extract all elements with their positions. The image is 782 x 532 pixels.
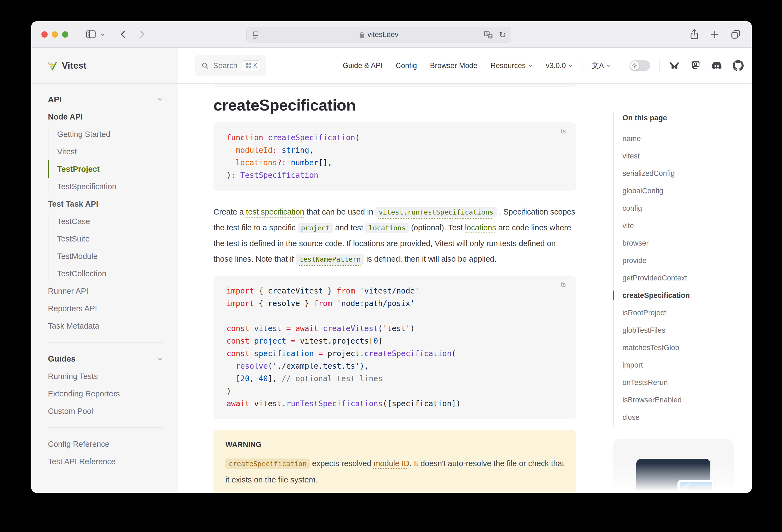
forward-button[interactable]: [137, 29, 146, 40]
link-test-specification[interactable]: test specification: [246, 208, 304, 216]
nav-config[interactable]: Config: [396, 62, 417, 70]
outline-item-name[interactable]: name: [623, 130, 749, 147]
nav-browser-mode[interactable]: Browser Mode: [430, 62, 477, 70]
discord-link[interactable]: [711, 61, 722, 71]
sidebar-item-reporters-api[interactable]: Reporters API: [48, 300, 163, 317]
code-link-vitest-runtestspecifications[interactable]: vitest.runTestSpecifications: [376, 208, 497, 216]
link-module-id[interactable]: module ID: [374, 459, 410, 468]
reader-view-icon[interactable]: [252, 31, 260, 39]
sidebar-item-extending-reporters[interactable]: Extending Reporters: [48, 385, 163, 402]
translate-button[interactable]: A 文: [484, 30, 493, 39]
sidebar-item-test-api-reference[interactable]: Test API Reference: [48, 453, 163, 470]
nav-resources[interactable]: Resources: [490, 62, 533, 70]
inline-code-createspecification: createSpecification: [225, 459, 310, 469]
sidebar-item-vitest[interactable]: Vitest: [48, 143, 163, 161]
outline-item-createspecification[interactable]: createSpecification: [623, 287, 749, 304]
outline-item-getprovidedcontext[interactable]: getProvidedContext: [623, 269, 749, 287]
sidebar-item-node-api[interactable]: Node API: [48, 108, 163, 126]
sponsor-fade: [613, 463, 734, 493]
github-link[interactable]: [733, 60, 744, 71]
link-locations[interactable]: locations: [465, 223, 496, 232]
bluesky-icon: [669, 61, 680, 71]
vitest-logo[interactable]: Vitest: [31, 48, 178, 83]
bluesky-link[interactable]: [669, 61, 680, 71]
outline-item-serializedconfig[interactable]: serializedConfig: [623, 165, 749, 182]
outline-item-globalconfig[interactable]: globalConfig: [623, 182, 749, 200]
code-link-testnamepattern[interactable]: testNamePattern: [296, 255, 364, 263]
outline-item-import[interactable]: import: [623, 356, 749, 374]
nav-v3-0-0[interactable]: v3.0.0: [546, 62, 573, 70]
sidebar-item-testcase[interactable]: TestCase: [48, 213, 163, 230]
sidebar-group-guides[interactable]: Guides: [48, 350, 163, 367]
sidebar-item-testcollection[interactable]: TestCollection: [48, 265, 163, 282]
tab-overview-button[interactable]: [730, 29, 741, 40]
mastodon-icon: [690, 60, 701, 71]
social-links: [669, 60, 744, 71]
doc-content: createSpecification ts function createSp…: [178, 83, 752, 493]
zoom-window-button[interactable]: [62, 31, 68, 38]
sidebar-item-runner-api[interactable]: Runner API: [48, 282, 163, 300]
top-nav: Guide & APIConfigBrowser ModeResourcesv3…: [343, 62, 573, 70]
code-example[interactable]: import { createVitest } from 'vitest/nod…: [226, 285, 565, 410]
minimize-window-button[interactable]: [52, 31, 58, 38]
outline-item-provide[interactable]: provide: [623, 252, 749, 269]
page-title: createSpecification: [213, 96, 576, 114]
logo-text: Vitest: [62, 61, 86, 71]
sponsor-card[interactable]: </>: [613, 439, 734, 493]
back-button[interactable]: [119, 29, 128, 40]
outline-item-isrootproject[interactable]: isRootProject: [623, 304, 749, 322]
outline-item-ontestsrerun[interactable]: onTestsRerun: [623, 374, 749, 391]
reload-button[interactable]: ↻: [499, 31, 506, 39]
mastodon-link[interactable]: [690, 60, 701, 71]
sidebar-menu-chevron[interactable]: [100, 31, 106, 37]
outline-item-config[interactable]: config: [623, 200, 749, 217]
outline-item-vitest[interactable]: vitest: [623, 147, 749, 165]
outline-item-matchestestglob[interactable]: matchesTestGlob: [623, 339, 749, 356]
sidebar-item-testmodule[interactable]: TestModule: [48, 247, 163, 265]
share-button[interactable]: [689, 29, 699, 40]
sidebar-toggle-button[interactable]: [85, 29, 96, 39]
sidebar-item-task-metadata[interactable]: Task Metadata: [48, 317, 163, 334]
code-signature[interactable]: function createSpecification( moduleId: …: [226, 132, 565, 182]
nav-guide-api[interactable]: Guide & API: [343, 62, 383, 70]
sidebar-divider: [48, 342, 163, 343]
inline-code-vitest-runtestspecifications: vitest.runTestSpecifications: [376, 207, 497, 217]
outline-item-close[interactable]: close: [623, 409, 749, 426]
chevron-down-icon: [157, 96, 163, 102]
svg-text:文: 文: [489, 34, 492, 38]
sidebar-group-api[interactable]: API: [48, 91, 163, 108]
sidebar-item-config-reference[interactable]: Config Reference: [48, 435, 163, 453]
header-separator: [660, 59, 660, 72]
outline-item-vite[interactable]: vite: [623, 217, 749, 235]
search-button[interactable]: Search ⌘ K: [195, 55, 266, 76]
language-menu-button[interactable]: 文A: [592, 61, 611, 71]
sidebar-item-custom-pool[interactable]: Custom Pool: [48, 402, 163, 420]
outline-item-isbrowserenabled[interactable]: isBrowserEnabled: [623, 391, 749, 409]
discord-icon: [711, 61, 722, 71]
warning-callout: WARNING createSpecification expects reso…: [213, 430, 576, 493]
outline-item-globtestfiles[interactable]: globTestFiles: [623, 322, 749, 339]
sidebar-item-testsuite[interactable]: TestSuite: [48, 230, 163, 247]
inline-code-testnamepattern: testNamePattern: [296, 254, 364, 264]
sidebar-item-getting-started[interactable]: Getting Started: [48, 126, 163, 143]
chevron-down-icon: [606, 63, 611, 68]
address-bar[interactable]: vitest.dev A 文 ↻: [246, 27, 511, 42]
page-outline: On this page namevitestserializedConfigg…: [613, 83, 749, 493]
chevron-down-icon: [100, 31, 106, 37]
search-label: Search: [213, 61, 238, 70]
vitest-docs-app: Vitest APINode APIGetting StartedVitestT…: [31, 48, 752, 493]
sidebar-item-testproject[interactable]: TestProject: [48, 161, 163, 178]
new-tab-button[interactable]: [710, 29, 720, 39]
sidebar-item-running-tests[interactable]: Running Tests: [48, 367, 163, 385]
code-lang-badge: ts: [561, 128, 566, 135]
code-lang-badge: ts: [561, 281, 566, 288]
sidebar-item-testspecification[interactable]: TestSpecification: [48, 178, 163, 195]
chevron-down-icon: [528, 64, 533, 68]
sidebar-item-test-task-api[interactable]: Test Task API: [48, 195, 163, 213]
description-paragraph: Create a test specification that can be …: [213, 204, 576, 267]
share-icon: [689, 29, 699, 40]
warning-text: createSpecification expects resolved mod…: [225, 456, 564, 488]
close-window-button[interactable]: [41, 31, 48, 38]
theme-toggle[interactable]: [630, 61, 650, 71]
outline-item-browser[interactable]: browser: [623, 235, 749, 252]
